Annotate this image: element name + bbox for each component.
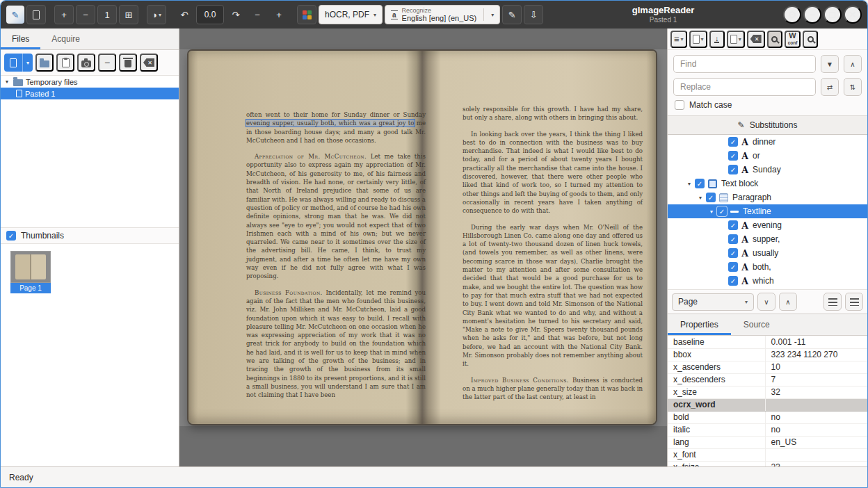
find-next-button[interactable]: ▼ bbox=[821, 55, 839, 73]
remove-page-button[interactable]: − bbox=[98, 54, 116, 72]
property-row-baseline[interactable]: baseline0.001 -11 bbox=[668, 336, 867, 348]
match-case-checkbox[interactable] bbox=[675, 100, 684, 110]
clear-all-button[interactable]: ✕ bbox=[140, 54, 158, 72]
ocr-mode-combo[interactable]: hOCR, PDF▾ bbox=[319, 5, 383, 24]
replace-all-button[interactable]: ⇅ bbox=[844, 78, 862, 96]
recognize-split-button[interactable]: a Recognize English [eng] (en_US) ▾ bbox=[385, 5, 500, 24]
expander-icon[interactable]: ▼ bbox=[3, 79, 10, 84]
property-row-ocrx_word[interactable]: ocrx_word bbox=[668, 398, 867, 411]
tab-files[interactable]: Files bbox=[1, 29, 40, 49]
delete-button[interactable] bbox=[119, 54, 137, 72]
output-editor-button[interactable]: ✎ bbox=[502, 5, 522, 24]
hocr-item-textline[interactable]: ▼✓Textline bbox=[668, 204, 867, 218]
property-row-lang[interactable]: langen_US bbox=[668, 436, 867, 448]
export-output-dropdown[interactable]: ▾ bbox=[727, 31, 745, 48]
collapse-all-button[interactable] bbox=[845, 293, 863, 311]
expand-all-button[interactable] bbox=[823, 293, 842, 311]
hocr-item-usually[interactable]: ✓Ausually bbox=[668, 246, 867, 260]
chevron-down-icon[interactable]: ▾ bbox=[491, 12, 494, 18]
save-output-button[interactable]: ↓ bbox=[709, 31, 725, 48]
hocr-item-paragraph[interactable]: ▼✓Paragraph bbox=[668, 190, 867, 204]
property-row-x_fsize[interactable]: x_fsize23 bbox=[668, 461, 867, 466]
property-row-x_descenders[interactable]: x_descenders7 bbox=[668, 373, 867, 386]
scanned-image[interactable]: often went to their home for Sunday dinn… bbox=[179, 49, 667, 426]
thumbnail-caption[interactable]: Page 1 bbox=[10, 283, 51, 293]
page-thumbnail[interactable] bbox=[10, 251, 51, 283]
property-row-italic[interactable]: italicno bbox=[668, 423, 867, 436]
word-confidence-toggle[interactable]: Wconf bbox=[785, 31, 801, 48]
hocr-item-supper[interactable]: ✓Asupper, bbox=[668, 232, 867, 246]
chevron-down-icon[interactable]: ▾ bbox=[22, 54, 33, 72]
property-row-bold[interactable]: boldno bbox=[668, 411, 867, 423]
recognition-languages-button[interactable] bbox=[297, 5, 316, 24]
zoom-original-button[interactable]: 1 bbox=[97, 5, 117, 24]
item-checkbox[interactable]: ✓ bbox=[717, 206, 727, 216]
hocr-item-both[interactable]: ✓Aboth, bbox=[668, 260, 867, 274]
item-checkbox[interactable]: ✓ bbox=[706, 193, 716, 202]
hocr-item-which[interactable]: ✓Awhich bbox=[668, 274, 867, 288]
find-prev-button[interactable]: ∧ bbox=[844, 55, 862, 73]
display-options-button[interactable] bbox=[26, 5, 46, 24]
property-row-bbox[interactable]: bbox323 234 1120 270 bbox=[668, 348, 867, 361]
navigate-next-button[interactable]: ∨ bbox=[757, 293, 775, 311]
zoom-fit-button[interactable]: ⊞ bbox=[119, 5, 138, 24]
page-combo[interactable]: Page▾ bbox=[672, 293, 754, 311]
expander-icon[interactable]: ▼ bbox=[696, 195, 705, 200]
maximize-button[interactable] bbox=[823, 6, 842, 24]
item-checkbox[interactable]: ✓ bbox=[728, 165, 738, 174]
file-tree-file-row[interactable]: Pasted 1 bbox=[1, 88, 179, 99]
preview-toggle[interactable] bbox=[803, 31, 818, 48]
image-canvas[interactable]: often went to their home for Sunday dinn… bbox=[179, 29, 667, 466]
clear-output-button[interactable]: ✕ bbox=[747, 31, 765, 48]
zoom-out-button[interactable]: − bbox=[76, 5, 95, 24]
item-checkbox[interactable]: ✓ bbox=[728, 220, 738, 230]
settings-button[interactable]: ⚙ bbox=[783, 6, 801, 24]
property-row-x_ascenders[interactable]: x_ascenders10 bbox=[668, 361, 867, 373]
screenshot-button[interactable] bbox=[77, 54, 95, 72]
item-checkbox[interactable]: ✓ bbox=[728, 151, 738, 161]
expander-icon[interactable]: ▼ bbox=[707, 209, 716, 214]
item-checkbox[interactable]: ✓ bbox=[695, 179, 705, 188]
property-row-x_size[interactable]: x_size32 bbox=[668, 386, 867, 398]
rotation-increase-button[interactable]: + bbox=[269, 5, 289, 24]
zoom-in-button[interactable]: + bbox=[54, 5, 74, 24]
close-button[interactable]: ✕ bbox=[844, 6, 862, 24]
book-left-page-text: often went to their home for Sunday dinn… bbox=[246, 111, 426, 407]
ocr-selection-highlight[interactable]: evening supper, usually both, which was … bbox=[246, 120, 415, 127]
tab-acquire[interactable]: Acquire bbox=[40, 29, 91, 49]
add-images-split-button[interactable]: ▾ bbox=[4, 54, 33, 72]
rotate-left-button[interactable]: ↶ bbox=[175, 5, 194, 24]
replace-input[interactable] bbox=[673, 78, 816, 96]
find-replace-toggle[interactable] bbox=[767, 31, 782, 48]
find-input[interactable] bbox=[673, 55, 816, 73]
hocr-item-text-block[interactable]: ▼✓Text block bbox=[668, 177, 867, 190]
rotation-spinbox[interactable]: 0.0 bbox=[196, 5, 224, 24]
item-checkbox[interactable]: ✓ bbox=[728, 262, 738, 272]
tab-properties[interactable]: Properties bbox=[668, 314, 731, 335]
item-checkbox[interactable]: ✓ bbox=[728, 248, 738, 258]
tab-source[interactable]: Source bbox=[731, 314, 782, 335]
image-controls-dropdown[interactable]: ◑▾ bbox=[147, 5, 166, 24]
hocr-item-sunday[interactable]: ✓ASunday bbox=[668, 163, 867, 177]
insert-mode-dropdown[interactable]: ≡▾ bbox=[670, 31, 687, 48]
rotation-decrease-button[interactable]: − bbox=[248, 5, 267, 24]
minimize-button[interactable]: − bbox=[803, 6, 821, 24]
open-output-dropdown[interactable]: ▾ bbox=[689, 31, 707, 48]
navigate-prev-button[interactable]: ∧ bbox=[779, 293, 797, 311]
expander-icon[interactable]: ▼ bbox=[684, 181, 694, 186]
hocr-item-evening[interactable]: ✓Aevening bbox=[668, 218, 867, 232]
paste-button[interactable] bbox=[56, 54, 74, 72]
substitutions-button[interactable]: ✎ Substitutions bbox=[668, 115, 867, 135]
replace-button[interactable]: ⇄ bbox=[821, 78, 839, 96]
export-button[interactable]: ⇩ bbox=[524, 5, 543, 24]
hocr-item-dinner[interactable]: ✓Adinner bbox=[668, 135, 867, 149]
property-row-x_font[interactable]: x_font bbox=[668, 448, 867, 461]
item-checkbox[interactable]: ✓ bbox=[728, 234, 738, 244]
rotate-right-button[interactable]: ↷ bbox=[226, 5, 246, 24]
item-checkbox[interactable]: ✓ bbox=[728, 276, 738, 286]
file-tree-folder-row[interactable]: ▼ Temporary files bbox=[1, 76, 179, 88]
hocr-item-or[interactable]: ✓Aor bbox=[668, 149, 867, 163]
open-folder-button[interactable] bbox=[35, 54, 54, 72]
thumbnails-checkbox[interactable]: ✓ bbox=[6, 231, 16, 241]
item-checkbox[interactable]: ✓ bbox=[728, 137, 738, 147]
